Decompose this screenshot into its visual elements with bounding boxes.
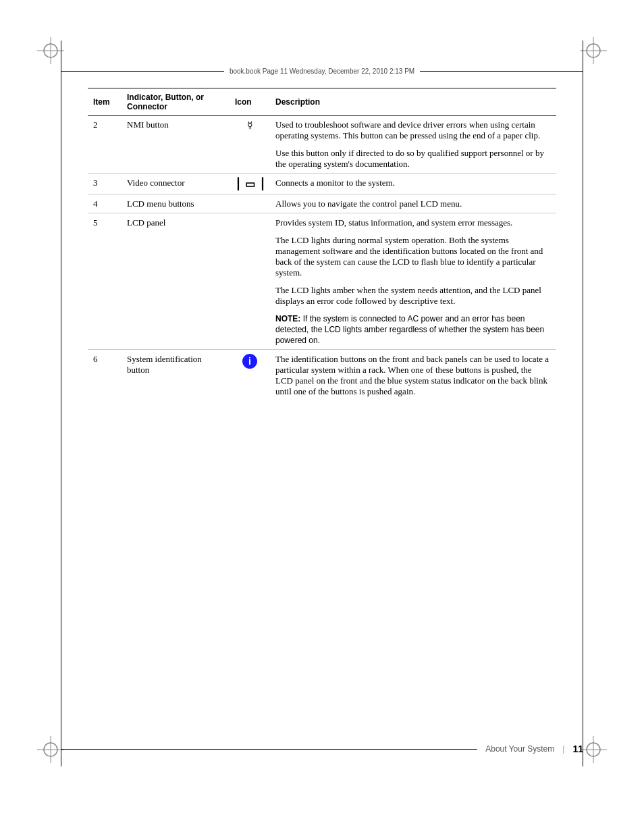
table-row: 6 System identification button i The ide… <box>88 350 556 405</box>
row-desc-sysid: The identification buttons on the front … <box>270 350 556 405</box>
col-header-icon: Icon <box>230 88 270 116</box>
corner-mark-br <box>580 736 607 763</box>
row-item-4: 4 <box>88 194 122 213</box>
row-icon-nmi: ☿ <box>230 116 270 174</box>
lcd-menu-desc-1: Allows you to navigate the control panel… <box>275 199 551 209</box>
table-row: 4 LCD menu buttons Allows you to navigat… <box>88 194 556 213</box>
video-desc-1: Connects a monitor to the system. <box>275 178 551 188</box>
row-icon-lcd-menu <box>230 194 270 213</box>
table-row: 5 LCD panel Provides system ID, status i… <box>88 213 556 350</box>
row-name-nmi: NMI button <box>122 116 230 174</box>
border-right <box>583 41 583 766</box>
lcd-panel-note: NOTE: If the system is connected to AC p… <box>275 313 551 346</box>
corner-mark-tr <box>580 37 607 64</box>
lcd-panel-desc-1: Provides system ID, status information, … <box>275 217 551 228</box>
row-item-2: 2 <box>88 116 122 174</box>
footer-separator: | <box>562 744 564 754</box>
corner-mark-bl <box>37 736 64 763</box>
header-line-right <box>420 71 583 72</box>
header-text: book.book Page 11 Wednesday, December 22… <box>230 68 414 75</box>
row-name-video: Video connector <box>122 174 230 194</box>
footer-line <box>61 749 477 750</box>
row-item-3: 3 <box>88 174 122 194</box>
row-name-lcd-panel: LCD panel <box>122 213 230 350</box>
nmi-icon: ☿ <box>247 120 253 130</box>
row-icon-lcd-panel <box>230 213 270 350</box>
row-desc-nmi: Used to troubleshoot software and device… <box>270 116 556 174</box>
nmi-desc-1: Used to troubleshoot software and device… <box>275 120 551 141</box>
main-table: Item Indicator, Button, orConnector Icon… <box>88 88 556 404</box>
main-content: Item Indicator, Button, orConnector Icon… <box>88 88 556 404</box>
table-row: 2 NMI button ☿ Used to troubleshoot soft… <box>88 116 556 174</box>
row-desc-lcd-menu: Allows you to navigate the control panel… <box>270 194 556 213</box>
row-desc-video: Connects a monitor to the system. <box>270 174 556 194</box>
table-row: 3 Video connector ▏▭▕ Connects a monitor… <box>88 174 556 194</box>
row-item-6: 6 <box>88 350 122 405</box>
page: book.book Page 11 Wednesday, December 22… <box>0 0 644 834</box>
col-header-desc: Description <box>270 88 556 116</box>
video-connector-icon: ▏▭▕ <box>238 178 262 190</box>
border-left <box>61 41 61 766</box>
row-desc-lcd-panel: Provides system ID, status information, … <box>270 213 556 350</box>
footer-section-label: About Your System <box>485 744 554 754</box>
page-header: book.book Page 11 Wednesday, December 22… <box>61 68 583 75</box>
page-footer: About Your System | 11 <box>61 744 583 754</box>
header-line-left <box>61 71 224 72</box>
row-name-sysid: System identification button <box>122 350 230 405</box>
row-item-5: 5 <box>88 213 122 350</box>
col-header-name: Indicator, Button, orConnector <box>122 88 230 116</box>
table-header-row: Item Indicator, Button, orConnector Icon… <box>88 88 556 116</box>
row-name-lcd-menu: LCD menu buttons <box>122 194 230 213</box>
row-icon-sysid: i <box>230 350 270 405</box>
col-header-item: Item <box>88 88 122 116</box>
row-icon-video: ▏▭▕ <box>230 174 270 194</box>
footer-page-number: 11 <box>572 744 583 754</box>
lcd-panel-desc-2: The LCD lights during normal system oper… <box>275 235 551 278</box>
nmi-desc-2: Use this button only if directed to do s… <box>275 148 551 170</box>
info-icon: i <box>242 354 257 369</box>
lcd-panel-desc-3: The LCD lights amber when the system nee… <box>275 285 551 307</box>
corner-mark-tl <box>37 37 64 64</box>
sysid-desc-1: The identification buttons on the front … <box>275 354 551 397</box>
